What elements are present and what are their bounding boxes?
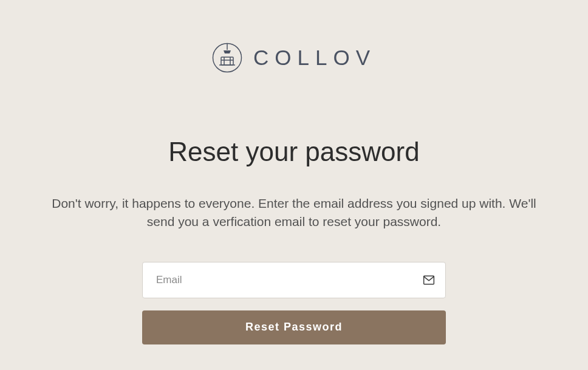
brand-name: COLLOV bbox=[253, 46, 376, 70]
reset-form: Reset Password bbox=[142, 262, 446, 344]
instruction-text: Don't worry, it happens to everyone. Ent… bbox=[48, 194, 540, 231]
mail-icon bbox=[423, 274, 435, 286]
email-field[interactable] bbox=[142, 262, 446, 298]
logo-container: COLLOV bbox=[212, 43, 376, 73]
email-input-wrapper bbox=[142, 262, 446, 298]
page-heading: Reset your password bbox=[168, 137, 419, 167]
reset-password-button[interactable]: Reset Password bbox=[142, 310, 446, 344]
svg-rect-2 bbox=[221, 57, 233, 65]
furniture-lamp-icon bbox=[212, 43, 242, 73]
